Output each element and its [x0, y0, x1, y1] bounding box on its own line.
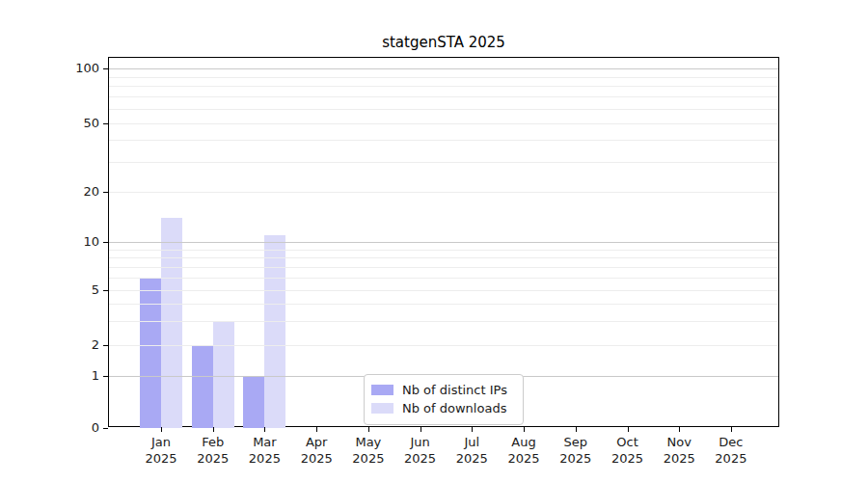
x-tick-year: 2025: [692, 450, 770, 467]
gridline-minor: [109, 304, 778, 305]
legend-label: Nb of downloads: [402, 401, 506, 415]
gridline-minor: [109, 345, 778, 346]
gridline-minor: [109, 321, 778, 322]
gridline-major: [109, 68, 778, 69]
gridline-minor: [109, 123, 778, 124]
y-tick-label: 100: [47, 61, 99, 76]
legend-swatch: [371, 385, 393, 395]
y-tick-mark: [103, 68, 108, 69]
bar-downloads: [264, 235, 285, 428]
x-tick-mark: [628, 427, 629, 432]
bar-distinct-ips: [243, 376, 264, 428]
legend-row: Nb of distinct IPs: [371, 381, 513, 399]
gridline-major: [109, 242, 778, 243]
gridline-minor: [109, 278, 778, 279]
gridline-minor: [109, 192, 778, 193]
x-tick-month: Dec: [692, 434, 770, 450]
gridline-minor: [109, 86, 778, 87]
x-tick-mark: [264, 427, 265, 432]
legend-row: Nb of downloads: [371, 399, 513, 417]
figure: statgenSTA 2025 1005020105210Jan2025Feb2…: [0, 0, 868, 482]
gridline-minor: [109, 96, 778, 97]
bar-downloads: [213, 321, 234, 428]
gridline-minor: [109, 267, 778, 268]
y-tick-label: 2: [47, 337, 99, 353]
y-tick-mark: [103, 242, 108, 243]
y-tick-mark: [103, 192, 108, 193]
y-tick-mark: [103, 428, 108, 429]
gridline-minor: [109, 162, 778, 163]
y-tick-label: 20: [47, 184, 99, 200]
legend-swatch: [371, 403, 393, 414]
gridline-minor: [109, 250, 778, 251]
x-tick-mark: [213, 427, 214, 432]
gridline-minor: [109, 109, 778, 110]
chart-title: statgenSTA 2025: [108, 34, 779, 51]
y-tick-label: 5: [47, 282, 99, 298]
x-tick-mark: [316, 427, 317, 432]
gridline-minor: [109, 257, 778, 258]
y-tick-mark: [103, 376, 108, 377]
plot-area: 1005020105210Jan2025Feb2025Mar2025Apr202…: [108, 57, 779, 427]
y-tick-mark: [103, 123, 108, 124]
y-tick-mark: [103, 345, 108, 346]
y-tick-label: 10: [47, 234, 99, 250]
x-tick-mark: [576, 427, 577, 432]
x-tick-mark: [472, 427, 473, 432]
x-tick-mark: [679, 427, 680, 432]
y-tick-label: 0: [47, 420, 99, 436]
gridline-minor: [109, 140, 778, 141]
gridline-minor: [109, 290, 778, 291]
x-tick-mark: [420, 427, 421, 432]
legend: Nb of distinct IPsNb of downloads: [364, 374, 524, 425]
gridline-minor: [109, 77, 778, 78]
x-tick-mark: [368, 427, 369, 432]
x-tick-mark: [524, 427, 525, 432]
legend-label: Nb of distinct IPs: [402, 383, 507, 397]
y-tick-label: 1: [47, 368, 99, 384]
bar-distinct-ips: [192, 345, 213, 428]
y-tick-label: 50: [47, 116, 99, 131]
x-tick-mark: [161, 427, 162, 432]
x-tick-label: Dec2025: [692, 434, 770, 467]
x-tick-mark: [731, 427, 732, 432]
y-tick-mark: [103, 290, 108, 291]
bar-distinct-ips: [140, 278, 161, 428]
